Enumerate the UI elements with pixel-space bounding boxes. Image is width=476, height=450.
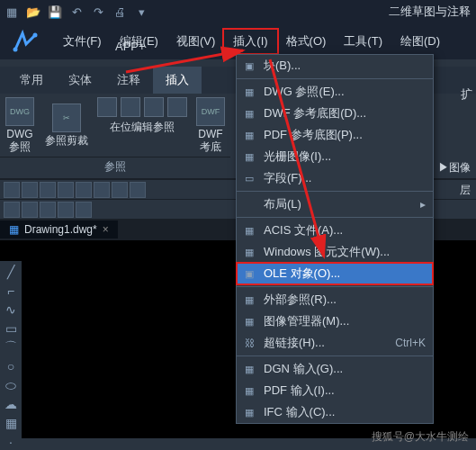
document-tab-drawing1[interactable]: ▦ Drawing1.dwg* × [0,220,118,238]
pdf-in-icon: ▦ [242,383,256,398]
tab-insert[interactable]: 插入 [153,67,202,94]
menu-bar: 文件(F) 编辑(E) 视图(V) 插入(I) 格式(O) 工具(T) 绘图(D… [54,30,449,53]
hatch-tool-icon[interactable]: ▦ [3,415,19,431]
ribbon-dwf-ref-button[interactable]: DWF DWF 考底 [191,94,230,157]
tab-extension[interactable]: 扩 [461,86,472,103]
dd-dwg-ref[interactable]: ▦DWG 参照(E)... [237,81,433,103]
dd-dgn[interactable]: ▦DGN 输入(G)... [237,358,433,380]
small-btn-2[interactable] [121,97,140,117]
img-mgr-icon: ▦ [242,314,256,328]
tb7-icon[interactable] [112,182,128,198]
dd-field[interactable]: ▭字段(F)... [237,167,433,189]
clip-icon: ✂ [52,104,81,132]
separator [237,356,433,356]
document-tab-label: Drawing1.dwg* [24,223,97,236]
qat-save-icon[interactable]: 💾 [47,4,63,20]
dd-block[interactable]: ▣块(B)... [237,55,433,76]
menu-tools[interactable]: 工具(T) [335,30,391,53]
dwf-ref-icon: ▦ [242,106,256,121]
tab-annotate[interactable]: 注释 [104,67,153,94]
block-icon: ▣ [242,58,256,73]
qat-redo-icon[interactable]: ↷ [90,4,106,20]
dd-raster[interactable]: ▦光栅图像(I)... [237,146,433,167]
quick-access-toolbar: ▦ 📂 💾 ↶ ↷ 🖨 ▾ 二维草图与注释 [0,0,476,23]
small-btn-3[interactable] [144,97,164,117]
svg-point-0 [13,48,18,52]
dd-xref[interactable]: ▦外部参照(R)... [237,289,433,310]
dd-pdf-in[interactable]: ▦PDF 输入(I)... [237,380,433,401]
watermark: 搜狐号@大水牛测绘 [372,429,469,445]
ribbon-clip-ref-button[interactable]: ✂ 参照剪裁 [40,94,94,157]
app-plus-label[interactable]: APP+ [115,40,146,53]
ellipse-tool-icon[interactable]: ⬭ [3,377,19,393]
dwg-file-icon: ▦ [9,223,19,236]
insert-dropdown-menu: ▣块(B)... ▦DWG 参照(E)... ▦DWF 参考底图(D)... ▦… [236,54,434,424]
tb5-icon[interactable] [76,182,92,198]
circle-tool-icon[interactable]: ○ [3,358,19,374]
separator [237,217,433,218]
tb13-icon[interactable] [76,202,92,218]
menu-format[interactable]: 格式(O) [277,30,336,53]
layout-icon [242,197,256,212]
cloud-tool-icon[interactable]: ☁ [3,396,19,412]
shortcut-label: Ctrl+K [395,337,426,349]
small-btn-4[interactable] [167,97,187,117]
image-panel-label[interactable]: ▶图像 [438,160,471,176]
tb8-icon[interactable] [130,182,146,198]
ribbon-dwg-ref-button[interactable]: DWG DWG 参照 [0,94,40,157]
line-tool-icon[interactable]: ╱ [3,264,19,280]
dwf-icon: DWF [196,97,225,126]
tb6-icon[interactable] [94,182,110,198]
svg-point-1 [33,33,38,38]
layer-panel-label[interactable]: 层 [460,183,471,198]
dd-hyperlink[interactable]: ⛓超链接(H)...Ctrl+K [237,332,433,354]
separator [237,78,433,79]
separator [237,191,433,192]
dd-acis[interactable]: ▦ACIS 文件(A)... [237,220,433,241]
arc-tool-icon[interactable]: ⌒ [3,339,19,356]
close-tab-icon[interactable]: × [103,223,109,236]
tb4-icon[interactable] [58,182,74,198]
tb9-icon[interactable] [4,202,20,218]
pdf-ref-icon: ▦ [242,128,256,142]
small-btn-1[interactable] [97,97,117,117]
qat-brush-icon[interactable]: ▾ [133,4,149,20]
side-toolbar: ╱ ⌐ ∿ ▭ ⌒ ○ ⬭ ☁ ▦ · [0,261,22,450]
tb12-icon[interactable] [58,202,74,218]
dwg-ref-icon: ▦ [242,85,256,99]
dgn-icon: ▦ [242,362,256,376]
ribbon-edit-inplace-button[interactable]: 在位编辑参照 [94,121,191,137]
point-tool-icon[interactable]: · [3,434,19,450]
qat-open-icon[interactable]: 📂 [25,4,41,20]
dd-ifc[interactable]: ▦IFC 输入(C)... [237,401,433,423]
tab-solid[interactable]: 实体 [56,67,104,94]
polyline-tool-icon[interactable]: ⌐ [3,283,19,299]
qat-print-icon[interactable]: 🖨 [112,4,128,20]
tb3-icon[interactable] [40,182,56,198]
rect-tool-icon[interactable]: ▭ [3,320,19,337]
menu-view[interactable]: 视图(V) [167,30,224,53]
menu-draw[interactable]: 绘图(D) [391,30,449,53]
tb11-icon[interactable] [40,202,56,218]
dd-layout[interactable]: 布局(L)▸ [237,194,433,215]
tab-common[interactable]: 常用 [7,67,56,94]
spline-tool-icon[interactable]: ∿ [3,302,19,318]
dd-wmf[interactable]: ▦Windows 图元文件(W)... [237,241,433,263]
ole-icon: ▣ [242,266,256,281]
tb1-icon[interactable] [4,182,20,198]
dd-dwf-ref[interactable]: ▦DWF 参考底图(D)... [237,103,433,124]
dd-ole-object[interactable]: ▣OLE 对象(O)... [237,263,433,284]
menu-file[interactable]: 文件(F) [54,30,111,53]
hyperlink-icon: ⛓ [242,336,256,350]
tb2-icon[interactable] [22,182,38,198]
qat-undo-icon[interactable]: ↶ [68,4,85,20]
separator [237,286,433,287]
qat-new-icon[interactable]: ▦ [4,4,20,20]
ifc-icon: ▦ [242,405,256,419]
tb10-icon[interactable] [22,202,38,218]
menu-insert[interactable]: 插入(I) [224,30,276,53]
wmf-icon: ▦ [242,245,256,259]
dd-pdf-ref[interactable]: ▦PDF 参考底图(P)... [237,124,433,146]
workspace-label[interactable]: 二维草图与注释 [389,4,471,20]
dd-img-mgr[interactable]: ▦图像管理器(M)... [237,310,433,332]
